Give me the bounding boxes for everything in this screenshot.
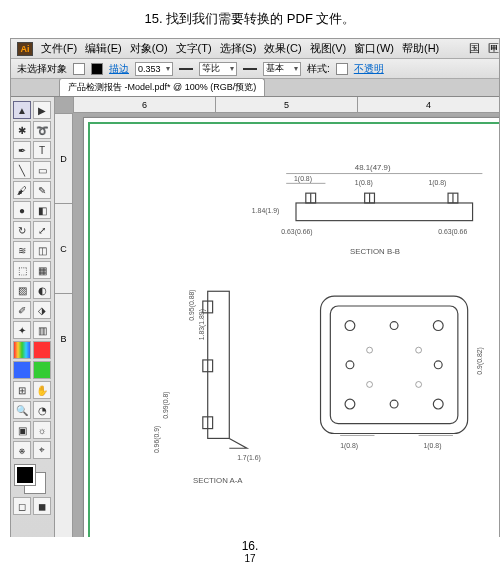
svg-text:1.7(1.6): 1.7(1.6) (237, 454, 261, 462)
svg-point-33 (390, 322, 398, 330)
footer-17: 17 (0, 553, 500, 564)
direct-selection-tool[interactable]: ▶ (33, 101, 51, 119)
menu-help[interactable]: 帮助(H) (402, 41, 439, 56)
curve-tool-2[interactable] (13, 361, 31, 379)
svg-point-36 (434, 361, 442, 369)
stroke-dash-icon[interactable] (179, 68, 193, 70)
ruler-v-mark: B (55, 293, 72, 383)
blend-tool[interactable]: ⬗ (33, 301, 51, 319)
canvas[interactable]: 6 5 4 D C B 48.1(47.9) 1(0.8 (55, 97, 499, 564)
zoom-tool[interactable]: 🔍 (13, 401, 31, 419)
gradient-tool[interactable]: ◐ (33, 281, 51, 299)
tool-panel: ▲ ▶ ✱ ➰ ✒ T ╲ ▭ 🖌 ✎ ● ◧ ↻ ⤢ ≋ ◫ ⬚ ▦ ▨ ◐ … (11, 97, 55, 564)
eyedropper-tool[interactable]: ✐ (13, 301, 31, 319)
svg-rect-27 (321, 296, 468, 433)
fill-color-icon[interactable] (15, 465, 35, 485)
extra-tool-1[interactable]: ◔ (33, 401, 51, 419)
paintbrush-tool[interactable]: 🖌 (13, 181, 31, 199)
rectangle-tool[interactable]: ▭ (33, 161, 51, 179)
svg-point-37 (367, 347, 373, 353)
shape-builder-tool[interactable]: ⬚ (13, 261, 31, 279)
style-label: 样式: (307, 62, 330, 76)
uniform-dropdown[interactable]: 等比 (199, 62, 237, 76)
svg-point-30 (433, 321, 443, 331)
graph-tool[interactable]: ▥ (33, 321, 51, 339)
type-tool[interactable]: T (33, 141, 51, 159)
menu-select[interactable]: 选择(S) (220, 41, 257, 56)
artboard: 48.1(47.9) 1(0.8) 1(0.8) 1(0.8) (83, 117, 499, 544)
document-tab[interactable]: 产品检测报告 -Model.pdf* @ 100% (RGB/预览) (59, 78, 265, 96)
stroke-swatch[interactable] (91, 63, 103, 75)
pen-tool[interactable]: ✒ (13, 141, 31, 159)
rotate-tool[interactable]: ↻ (13, 221, 31, 239)
svg-point-35 (346, 361, 354, 369)
blob-brush-tool[interactable]: ● (13, 201, 31, 219)
drawing-frame: 48.1(47.9) 1(0.8) 1(0.8) 1(0.8) (88, 122, 499, 539)
svg-point-39 (367, 382, 373, 388)
menu-file[interactable]: 文件(F) (41, 41, 77, 56)
svg-text:1(0.8): 1(0.8) (355, 179, 373, 187)
scale-tool[interactable]: ⤢ (33, 221, 51, 239)
menu-edit[interactable]: 编辑(E) (85, 41, 122, 56)
artboard-tool[interactable] (13, 341, 31, 359)
pencil-tool[interactable]: ✎ (33, 181, 51, 199)
screen-mode-2[interactable]: ◼ (33, 497, 51, 515)
ruler-v-mark: C (55, 203, 72, 293)
svg-point-40 (416, 382, 422, 388)
menu-right-1[interactable]: 国 (469, 41, 480, 56)
main-area: ▲ ▶ ✱ ➰ ✒ T ╲ ▭ 🖌 ✎ ● ◧ ↻ ⤢ ≋ ◫ ⬚ ▦ ▨ ◐ … (11, 97, 499, 564)
menu-object[interactable]: 对象(O) (130, 41, 168, 56)
perspective-tool[interactable]: ▦ (33, 261, 51, 279)
slice-tool[interactable]: ⊞ (13, 381, 31, 399)
extra-tool-3[interactable]: ☼ (33, 421, 51, 439)
footer-16: 16. (0, 539, 500, 553)
screen-mode-1[interactable]: ◻ (13, 497, 31, 515)
fill-swatch[interactable] (73, 63, 85, 75)
instruction-caption: 15. 找到我们需要转换的 PDF 文件。 (0, 0, 500, 34)
ruler-v-mark: D (55, 113, 72, 203)
eraser-tool[interactable]: ◧ (33, 201, 51, 219)
brush-dropdown[interactable]: 基本 (263, 62, 301, 76)
svg-rect-28 (330, 306, 458, 424)
free-transform-tool[interactable]: ◫ (33, 241, 51, 259)
svg-text:1(0.8): 1(0.8) (294, 175, 312, 183)
svg-text:0.9(0.82): 0.9(0.82) (476, 347, 484, 374)
curve-tool-3[interactable] (33, 361, 51, 379)
stroke-label[interactable]: 描边 (109, 62, 129, 76)
opacity-label[interactable]: 不透明 (354, 62, 384, 76)
svg-text:0.95(0.88): 0.95(0.88) (188, 289, 196, 320)
menu-window[interactable]: 窗口(W) (354, 41, 394, 56)
extra-tool-2[interactable]: ▣ (13, 421, 31, 439)
ruler-h-mark: 4 (357, 97, 499, 112)
footer-numbers: 16. 17 (0, 537, 500, 565)
hand-tool[interactable]: ✋ (33, 381, 51, 399)
ruler-h-mark: 6 (73, 97, 215, 112)
symbol-sprayer-tool[interactable]: ✦ (13, 321, 31, 339)
menu-right-2[interactable]: 匣 (488, 41, 499, 56)
svg-point-38 (416, 347, 422, 353)
menu-effect[interactable]: 效果(C) (264, 41, 301, 56)
color-swatches[interactable] (15, 465, 51, 495)
curve-tool-1[interactable] (33, 341, 51, 359)
brush-icon (243, 68, 257, 70)
selection-tool[interactable]: ▲ (13, 101, 31, 119)
technical-drawing: 48.1(47.9) 1(0.8) 1(0.8) 1(0.8) (90, 124, 499, 537)
svg-rect-6 (296, 203, 473, 221)
svg-text:0.96(0.9): 0.96(0.9) (153, 426, 161, 453)
svg-text:SECTION B-B: SECTION B-B (350, 247, 400, 256)
width-tool[interactable]: ≋ (13, 241, 31, 259)
menu-view[interactable]: 视图(V) (310, 41, 347, 56)
svg-text:48.1(47.9): 48.1(47.9) (355, 163, 391, 172)
svg-point-29 (345, 321, 355, 331)
style-swatch[interactable] (336, 63, 348, 75)
extra-tool-5[interactable]: ⌖ (33, 441, 51, 459)
line-tool[interactable]: ╲ (13, 161, 31, 179)
extra-tool-4[interactable]: ⎈ (13, 441, 31, 459)
lasso-tool[interactable]: ➰ (33, 121, 51, 139)
stroke-weight-dropdown[interactable]: 0.353 (135, 62, 173, 76)
menu-type[interactable]: 文字(T) (176, 41, 212, 56)
document-tab-bar: 产品检测报告 -Model.pdf* @ 100% (RGB/预览) (11, 79, 499, 97)
magic-wand-tool[interactable]: ✱ (13, 121, 31, 139)
app-logo: Ai (17, 42, 33, 56)
mesh-tool[interactable]: ▨ (13, 281, 31, 299)
